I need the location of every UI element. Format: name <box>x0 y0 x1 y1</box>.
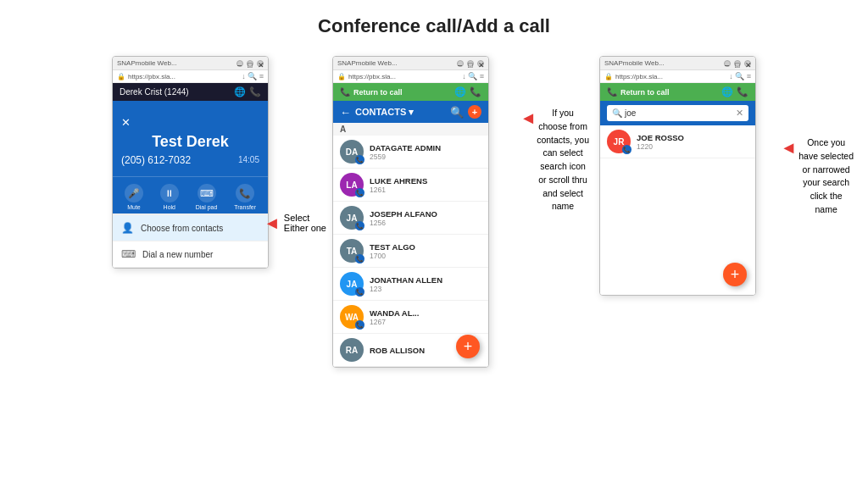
avatar-6: RA <box>340 338 364 362</box>
choose-contacts-item[interactable]: 👤 Choose from contacts <box>113 215 268 241</box>
arrow-icon-3: ◄ <box>780 138 797 158</box>
contact-info-5: WANDA AL... 1267 <box>370 308 481 326</box>
contact-name-0: DATAGATE ADMIN <box>370 143 481 152</box>
search-box-3[interactable]: 🔍 joe ✕ <box>607 105 748 121</box>
url-text-1: https://pbx.sla... <box>128 73 239 80</box>
contact-info-4: JONATHAN ALLEN 123 <box>370 275 481 293</box>
arrow-icon-2: ◄ <box>520 108 537 128</box>
dialpad-button[interactable]: ⌨ Dial pad <box>196 184 218 210</box>
dialpad-menu-icon: ⌨ <box>121 248 136 260</box>
contact-item-5[interactable]: WA 📞 WANDA AL... 1267 <box>333 301 488 334</box>
phone-badge-5: 📞 <box>355 320 364 330</box>
contacts-header-2: ← CONTACTS ▾ 🔍 + <box>333 101 488 123</box>
close-call-icon[interactable]: ✕ <box>121 116 131 129</box>
maximize-btn-1[interactable]: □ <box>247 60 253 67</box>
phone-window-2: SNAPmobile Web... – □ ✕ 🔒 https://pbx.sl… <box>332 56 489 368</box>
window-title-1: SNAPmobile Web... <box>117 59 231 67</box>
nav-icons-1: ↓ 🔍 ≡ <box>242 72 264 80</box>
contact-name-3: TEST ALGO <box>370 242 481 252</box>
panel1-controls: 🎤 Mute ⏸ Hold ⌨ Dial pad 📞 Transfer <box>113 176 268 214</box>
arrow-icon-1: ◄ <box>264 214 281 233</box>
mute-icon: 🎤 <box>125 184 143 202</box>
hold-icon: ⏸ <box>160 184 179 202</box>
contact-item-0[interactable]: DA 📞 DATAGATE ADMIN 2559 <box>333 136 488 169</box>
globe-icon-1: 🌐 <box>234 86 246 97</box>
transfer-button[interactable]: 📞 Transfer <box>234 184 256 210</box>
avatar-5: WA 📞 <box>340 305 364 329</box>
contact-ext-0: 2559 <box>370 152 481 161</box>
panel1-user-header: Derek Crist (1244) 🌐 📞 <box>113 83 268 101</box>
contact-info-3: TEST ALGO 1700 <box>370 242 481 260</box>
lock-icon-2: 🔒 <box>337 73 346 80</box>
dial-number-item[interactable]: ⌨ Dial a new number <box>113 241 268 268</box>
nav-icons-2: ↓ 🔍 ≡ <box>462 72 484 80</box>
contact-item-2[interactable]: JA 📞 JOSEPH ALFANO 1256 <box>333 202 488 235</box>
phone-badge-2: 📞 <box>355 221 364 230</box>
contact-item-joe[interactable]: JR 📞 JOE ROSSO 1220 <box>600 125 755 158</box>
panel1-dialer: ✕ Test Derek (205) 612-7032 14:05 <box>113 101 268 176</box>
close-btn-2[interactable]: ✕ <box>477 60 484 67</box>
contact-item-3[interactable]: TA 📞 TEST ALGO 1700 <box>333 235 488 268</box>
globe-icon-2: 🌐 <box>454 86 466 97</box>
avatar-1: LA 📞 <box>340 173 364 197</box>
dial-number-label: Dial a new number <box>142 250 213 259</box>
contact-name-2: JOSEPH ALFANO <box>370 209 481 219</box>
hold-button[interactable]: ⏸ Hold <box>160 184 179 210</box>
clear-search-icon-3[interactable]: ✕ <box>736 108 743 119</box>
contacts-search-icon-2[interactable]: 🔍 <box>450 106 464 119</box>
return-to-call-bar-3[interactable]: 📞 Return to call 🌐 📞 <box>600 83 755 101</box>
mute-label: Mute <box>127 204 141 210</box>
titlebar-2: SNAPmobile Web... – □ ✕ <box>333 57 488 70</box>
maximize-btn-3[interactable]: □ <box>734 60 741 67</box>
minimize-btn-1[interactable]: – <box>236 60 243 67</box>
contact-ext-1: 1261 <box>370 186 481 194</box>
address-bar-3: 🔒 https://pbx.sla... ↓ 🔍 ≡ <box>600 70 755 83</box>
panel2-annotation-block: ◄ If you choose from contacts, you can s… <box>520 107 589 214</box>
return-to-call-label-3: Return to call <box>620 88 670 97</box>
contacts-dropdown[interactable]: ▾ <box>409 107 414 117</box>
phone-icon-2: 📞 <box>470 86 481 97</box>
panel3: SNAPmobile Web... – □ ✕ 🔒 https://pbx.sl… <box>599 56 756 296</box>
panel1-menu: 👤 Choose from contacts ⌨ Dial a new numb… <box>113 214 268 268</box>
minimize-btn-3[interactable]: – <box>724 60 731 67</box>
contact-ext-5: 1267 <box>370 318 481 326</box>
panel1-header-icons: 🌐 📞 <box>234 86 261 97</box>
address-bar-2: 🔒 https://pbx.sla... ↓ 🔍 ≡ <box>333 70 488 83</box>
contact-info-0: DATAGATE ADMIN 2559 <box>370 143 481 161</box>
return-to-call-label-2: Return to call <box>353 88 403 97</box>
close-btn-3[interactable]: ✕ <box>744 60 751 67</box>
avatar-3: TA 📞 <box>340 239 364 263</box>
window-controls-2: – □ ✕ <box>455 60 484 67</box>
transfer-label: Transfer <box>234 204 256 210</box>
url-text-3: https://pbx.sla... <box>615 73 726 80</box>
dialer-number: (205) 612-7032 <box>121 154 191 166</box>
contact-item-1[interactable]: LA 📞 LUKE AHRENS 1261 <box>333 169 488 202</box>
dialer-name: Test Derek <box>121 133 259 151</box>
maximize-btn-2[interactable]: □ <box>467 60 474 67</box>
avatar-joe: JR 📞 <box>607 130 631 153</box>
mute-button[interactable]: 🎤 Mute <box>125 184 143 210</box>
float-add-btn-2[interactable]: + <box>456 335 480 358</box>
titlebar-3: SNAPmobile Web... – □ ✕ <box>600 57 755 70</box>
contact-name-joe: JOE ROSSO <box>637 133 748 142</box>
return-to-call-bar-2[interactable]: 📞 Return to call 🌐 📞 <box>333 83 488 101</box>
contact-ext-3: 1700 <box>370 252 481 260</box>
globe-icon-3: 🌐 <box>721 86 733 97</box>
avatar-0: DA 📞 <box>340 140 364 164</box>
window-controls-1: – □ ✕ <box>235 60 264 67</box>
float-add-btn-3[interactable]: + <box>723 263 747 286</box>
phone-badge-joe: 📞 <box>622 145 632 154</box>
back-arrow-2[interactable]: ← <box>340 106 351 119</box>
contacts-add-btn-2[interactable]: + <box>468 105 481 119</box>
window-controls-3: – □ ✕ <box>722 60 751 67</box>
close-btn-1[interactable]: ✕ <box>257 60 264 67</box>
transfer-icon: 📞 <box>236 184 254 202</box>
url-text-2: https://pbx.sla... <box>348 73 459 80</box>
phone-window-1: SNAPmobile Web... – □ ✕ 🔒 https://pbx.sl… <box>112 56 269 269</box>
contact-item-4[interactable]: JA 📞 JONATHAN ALLEN 123 <box>333 268 488 301</box>
phone-badge-0: 📞 <box>355 155 364 164</box>
lock-icon-1: 🔒 <box>117 73 125 80</box>
hold-label: Hold <box>164 204 175 210</box>
minimize-btn-2[interactable]: – <box>457 60 464 67</box>
page-title: Conference call/Add a call <box>0 0 868 56</box>
